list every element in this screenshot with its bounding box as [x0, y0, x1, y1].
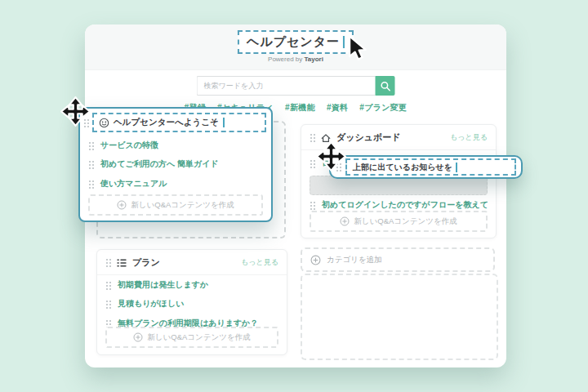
category-header: プラン もっと見る	[97, 250, 287, 275]
drag-handle-icon[interactable]	[88, 141, 94, 150]
qa-item-label: 上部に出ているお知らせを	[353, 162, 452, 173]
add-qa-button[interactable]: 新しいQ&Aコンテンツを作成	[105, 327, 278, 348]
drag-handle-icon[interactable]	[310, 159, 315, 168]
empty-category-slot	[301, 274, 498, 360]
list-icon	[116, 257, 127, 269]
drag-handle-icon[interactable]	[83, 118, 89, 127]
text-caret	[223, 118, 225, 127]
drag-handle-icon[interactable]	[88, 160, 94, 169]
drag-handle-icon[interactable]	[105, 281, 111, 290]
see-more-link[interactable]: もっと見る	[241, 257, 278, 268]
qa-item-label: 使い方マニュアル	[100, 178, 167, 189]
page-title: ヘルプセンター	[247, 34, 340, 50]
plus-circle-icon	[117, 200, 127, 210]
add-qa-button[interactable]: 新しいQ&Aコンテンツを作成	[88, 194, 263, 216]
text-caret	[456, 163, 457, 172]
category-title: ダッシュボード	[336, 131, 401, 144]
drag-handle-icon[interactable]	[88, 180, 94, 189]
add-qa-label: 新しいQ&Aコンテンツを作成	[354, 216, 457, 227]
search-button[interactable]	[376, 76, 395, 96]
category-card-welcome-dragging[interactable]: ヘルプセンターへようこそ サービスの特徴 初めてご利用の方へ 簡単ガイド 使い方…	[78, 107, 273, 222]
page-title-editor[interactable]: ヘルプセンター	[238, 30, 354, 54]
plus-circle-icon	[133, 332, 143, 342]
search-icon	[380, 81, 390, 91]
powered-by: Powered by Tayori	[85, 56, 506, 63]
add-category-button[interactable]: カテゴリを追加	[301, 247, 495, 272]
search-input[interactable]	[197, 76, 376, 96]
category-card-dashboard: ダッシュボード もっと見る ロ 初めてログインしたのですがフローを教えてください…	[301, 124, 497, 238]
qa-item[interactable]: 初期費用は発生しますか	[105, 279, 278, 291]
qa-item-label: 初めてログインしたのですがフローを教えてください	[322, 199, 488, 211]
qa-item[interactable]: サービスの特徴	[88, 140, 263, 151]
qa-item-label: 見積もりがほしい	[118, 298, 184, 310]
category-card-plan: プラン もっと見る 初期費用は発生しますか 見積もりがほしい 無料プランの利用期…	[96, 249, 287, 355]
plus-circle-icon	[310, 255, 321, 265]
drag-handle-icon[interactable]	[310, 133, 315, 142]
qa-item-dragging[interactable]: 上部に出ているお知らせを	[329, 155, 523, 179]
page-header: ヘルプセンター Powered by Tayori	[85, 24, 506, 70]
drag-handle-icon[interactable]	[105, 258, 111, 267]
tag-link[interactable]: #新機能	[285, 103, 315, 112]
drag-handle-icon[interactable]	[336, 163, 341, 172]
smiley-icon	[99, 118, 109, 128]
qa-item[interactable]: 見積もりがほしい	[105, 298, 278, 310]
plus-circle-icon	[340, 216, 350, 226]
category-header: ヘルプセンターへようこそ	[83, 113, 266, 132]
category-title-editor[interactable]: ヘルプセンターへようこそ	[92, 113, 266, 132]
qa-item-label: サービスの特徴	[100, 140, 158, 151]
home-icon	[320, 132, 332, 144]
tag-link[interactable]: #資料	[327, 103, 348, 112]
qa-item[interactable]: 初めてログインしたのですがフローを教えてください	[310, 199, 488, 211]
category-header: ダッシュボード もっと見る	[301, 125, 496, 150]
drag-handle-icon[interactable]	[310, 201, 315, 210]
qa-item-partially-hidden[interactable]: ロ	[310, 158, 330, 169]
see-more-link[interactable]: もっと見る	[450, 132, 488, 143]
tag-link[interactable]: #プラン変更	[359, 103, 407, 112]
category-title: プラン	[132, 256, 160, 269]
drag-handle-icon[interactable]	[105, 300, 111, 309]
add-qa-label: 新しいQ&Aコンテンツを作成	[131, 200, 234, 211]
help-center-editor: ヘルプセンター Powered by Tayori #登録#セキュリティ#新機能…	[0, 0, 588, 392]
add-qa-label: 新しいQ&Aコンテンツを作成	[147, 332, 250, 343]
search-bar	[197, 76, 395, 96]
powered-by-brand: Tayori	[305, 56, 323, 63]
category-title: ヘルプセンターへようこそ	[114, 117, 219, 128]
qa-item-label: 初期費用は発生しますか	[118, 279, 208, 291]
qa-item-text-editor[interactable]: 上部に出ているお知らせを	[345, 158, 516, 176]
qa-item[interactable]: 初めてご利用の方へ 簡単ガイド	[88, 158, 263, 170]
add-qa-button[interactable]: 新しいQ&Aコンテンツを作成	[310, 211, 488, 232]
powered-by-prefix: Powered by	[268, 56, 302, 63]
qa-item[interactable]: 使い方マニュアル	[88, 178, 263, 189]
qa-item-label: 初めてご利用の方へ 簡単ガイド	[100, 158, 219, 170]
add-category-label: カテゴリを追加	[327, 255, 382, 265]
text-caret	[343, 36, 345, 48]
